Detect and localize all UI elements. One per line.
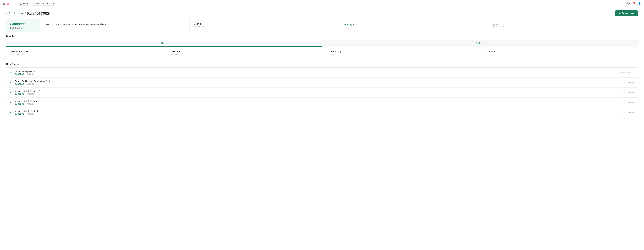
step-name: Clone Git Repository <box>15 70 618 72</box>
step-check-icon: ✓ <box>10 101 12 104</box>
show-logs-button[interactable]: SHOW LOGS + <box>620 72 634 74</box>
play-icon: ▶ <box>618 12 620 15</box>
details-stat: 51 seconds TIME IN QUEUE <box>164 50 322 56</box>
run-steps-title: Run Steps <box>6 62 638 66</box>
step-dot: · <box>25 83 26 85</box>
trigger-meta-item: Kicked off from UI by joseph.machado.pro… <box>40 19 190 32</box>
hamburger-icon[interactable]: ☰ <box>3 2 5 5</box>
help-icon-button[interactable]: ❓ <box>632 2 636 5</box>
nav-env-badge[interactable]: 🏠 NA ▾ <box>19 2 29 6</box>
run-step-item: ✓ Invoke dbt with `dbt deps` SUCCESS · 0… <box>6 88 638 98</box>
trigger-label: TRIGGER <box>45 26 185 28</box>
step-dot: · <box>25 93 26 95</box>
environment-meta-item: prod › ENVIRONMENT <box>488 19 638 32</box>
stat-value: 59 seconds ago <box>11 50 159 53</box>
step-dot: · <box>25 103 26 105</box>
show-logs-button[interactable]: SHOW LOGS + <box>620 92 634 94</box>
status-meta: Kicked off from UI by joseph.machado.pro… <box>40 19 638 32</box>
step-info: Clone Git Repository SUCCESS · 00:00:01 <box>15 70 618 75</box>
job-meta-item: sample_job › JOB <box>339 19 488 32</box>
breadcrumb-separator: / <box>25 12 26 15</box>
env-icon: 🏠 <box>20 2 22 5</box>
breadcrumb: ‹ Run History / Run #6499629 <box>6 12 50 15</box>
details-stat: 59 seconds ago RUN TRIGGERED <box>6 50 164 56</box>
step-check-icon: ✓ <box>10 81 12 84</box>
step-info: Create Profile from Connection Postgres … <box>15 80 618 85</box>
step-duration: 00:00:00 <box>26 83 34 85</box>
step-name: Invoke dbt with `dbt deps` <box>15 90 618 92</box>
show-logs-button[interactable]: SHOW LOGS + <box>620 82 634 84</box>
run-step-item: ✓ Invoke dbt with `dbt run` SUCCESS · 00… <box>6 98 638 108</box>
step-check-icon: ✓ <box>10 91 12 94</box>
environment-link[interactable]: prod › <box>493 23 633 26</box>
step-status: SUCCESS <box>15 73 24 75</box>
step-info: Invoke dbt with `dbt deps` SUCCESS · 00:… <box>15 90 618 95</box>
job-label: JOB <box>344 26 484 28</box>
run-result-value: Success <box>10 22 36 26</box>
details-section-title: Details <box>6 35 638 38</box>
details-stat: 2 seconds ago COMPLETED <box>322 50 480 56</box>
stat-value: 57 seconds <box>485 50 633 53</box>
step-status-row: SUCCESS · 00:00:01 <box>15 113 618 115</box>
tab-timing[interactable]: Timing <box>6 40 322 47</box>
step-status-row: SUCCESS · 00:00:01 <box>15 103 618 105</box>
nav-divider <box>16 2 16 6</box>
step-duration: 00:00:01 <box>26 113 34 115</box>
project-file-icon: 📄 <box>32 2 35 5</box>
stat-value: 51 seconds <box>169 50 317 53</box>
topnav: ☰ dbt 🏠 NA ▾ 📄 simple_de_project ▾ 💬 ❓ 👤 <box>0 0 644 8</box>
step-dot: · <box>25 73 26 75</box>
rerun-label: Re-run now <box>622 12 634 15</box>
show-logs-button[interactable]: SHOW LOGS + <box>620 102 634 104</box>
step-name: Invoke dbt with `dbt run` <box>15 100 618 102</box>
stat-label: COMPLETED <box>327 54 475 56</box>
run-result-box: Success RUN RESULT <box>6 19 40 32</box>
chevron-down-icon-project: ▾ <box>53 2 54 5</box>
run-result-label: RUN RESULT <box>10 27 36 29</box>
step-dot: · <box>25 113 26 115</box>
stat-label: COMPLETED AFTER <box>485 54 633 56</box>
nav-project-badge[interactable]: 📄 simple_de_project ▾ <box>31 2 55 6</box>
step-info: Invoke dbt with `dbt test` SUCCESS · 00:… <box>15 110 618 115</box>
step-check-icon: ✓ <box>10 71 12 74</box>
back-arrow-icon: ‹ <box>6 12 7 15</box>
details-card: Timing Artifacts 59 seconds ago RUN TRIG… <box>6 40 638 59</box>
chat-icon-button[interactable]: 💬 <box>626 2 630 5</box>
dbt-logo: dbt <box>7 2 13 6</box>
details-stat: 57 seconds COMPLETED AFTER <box>480 50 638 56</box>
step-status: SUCCESS <box>15 93 24 95</box>
nav-env-label: NA <box>23 2 26 5</box>
nav-project-label: simple_de_project <box>36 2 52 5</box>
commit-sha-meta-item: #e44d0f COMMIT SHA <box>190 19 339 32</box>
step-status-row: SUCCESS · 00:00:01 <box>15 73 618 75</box>
chevron-down-icon: ▾ <box>27 2 28 5</box>
page-header: ‹ Run History / Run #6499629 ▶ Re-run no… <box>0 8 644 18</box>
run-step-item: ✓ Clone Git Repository SUCCESS · 00:00:0… <box>6 68 638 78</box>
tab-artifacts[interactable]: Artifacts <box>322 40 638 47</box>
stat-label: RUN TRIGGERED <box>11 54 159 56</box>
commit-sha-label: COMMIT SHA <box>194 26 334 28</box>
rerun-now-button[interactable]: ▶ Re-run now <box>615 10 638 16</box>
step-name: Create Profile from Connection Postgres <box>15 80 618 82</box>
step-duration: 00:00:01 <box>26 73 34 75</box>
step-status: SUCCESS <box>15 83 24 85</box>
run-steps-list: ✓ Clone Git Repository SUCCESS · 00:00:0… <box>6 68 638 118</box>
step-duration: 00:00:01 <box>26 103 34 105</box>
show-logs-button[interactable]: SHOW LOGS + <box>620 111 634 113</box>
user-icon-button[interactable]: 👤 <box>638 2 641 5</box>
run-history-link[interactable]: ‹ Run History <box>6 12 24 15</box>
page-title: Run #6499629 <box>27 12 50 15</box>
job-link[interactable]: sample_job › <box>344 23 484 26</box>
step-duration: 00:00:00 <box>26 93 34 95</box>
step-check-icon: ✓ <box>10 111 12 114</box>
details-tabs: Timing Artifacts <box>6 40 638 47</box>
status-card: Success RUN RESULT Kicked off from UI by… <box>6 18 638 32</box>
step-status: SUCCESS <box>15 103 24 105</box>
run-step-item: ✓ Create Profile from Connection Postgre… <box>6 78 638 88</box>
step-status: SUCCESS <box>15 113 24 115</box>
step-status-row: SUCCESS · 00:00:00 <box>15 93 618 95</box>
nav-right: 💬 ❓ 👤 <box>626 2 641 5</box>
run-steps-section: Run Steps ✓ Clone Git Repository SUCCESS… <box>6 62 638 118</box>
step-info: Invoke dbt with `dbt run` SUCCESS · 00:0… <box>15 100 618 105</box>
stat-value: 2 seconds ago <box>327 50 475 53</box>
